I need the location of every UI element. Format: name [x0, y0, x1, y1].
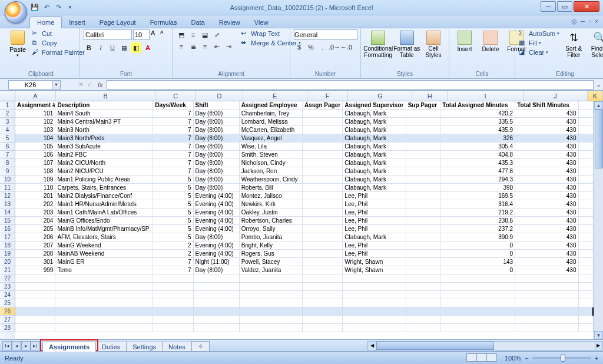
scroll-left-icon[interactable]: ◀ — [368, 342, 376, 350]
ribbon-min-icon[interactable]: ─ — [581, 18, 585, 25]
row-header[interactable]: 4 — [0, 126, 15, 134]
cell[interactable]: Evening (4:00) — [194, 241, 240, 249]
cell[interactable]: 237.2 — [440, 225, 515, 233]
cell[interactable] — [440, 291, 515, 299]
cell[interactable]: Wright, Shawn — [343, 258, 406, 266]
cell[interactable] — [303, 274, 343, 282]
cell[interactable]: Sup Pager — [406, 101, 441, 109]
cell[interactable]: 204 — [15, 217, 55, 224]
cells-grid[interactable]: Assignment #DescriptionDays/WeekShiftAss… — [15, 101, 594, 339]
cell[interactable]: 430 — [515, 118, 578, 125]
row-header[interactable]: 19 — [0, 250, 15, 258]
cell[interactable] — [303, 241, 343, 249]
cell[interactable] — [15, 299, 55, 307]
cell[interactable]: 0 — [440, 266, 515, 274]
cell[interactable] — [240, 274, 303, 282]
cell[interactable]: 326 — [440, 134, 515, 142]
scroll-right-icon[interactable]: ▶ — [594, 342, 602, 350]
cell[interactable]: 102 — [15, 118, 55, 125]
cell[interactable] — [15, 291, 55, 299]
cell[interactable] — [406, 299, 441, 307]
cell[interactable]: 430 — [515, 250, 578, 257]
cell[interactable] — [153, 274, 193, 282]
cell[interactable]: Chamberlain, Trey — [240, 110, 303, 117]
cell[interactable]: 430 — [515, 184, 578, 191]
cell[interactable] — [303, 167, 343, 175]
tab-review[interactable]: Review — [212, 17, 247, 28]
cell[interactable] — [153, 307, 193, 315]
cell[interactable]: 238.6 — [440, 217, 515, 224]
cell[interactable] — [303, 266, 343, 274]
cell[interactable]: 5 — [153, 200, 193, 208]
cell[interactable]: 110 — [15, 184, 55, 191]
cell[interactable] — [303, 307, 343, 315]
cell[interactable]: 316.4 — [440, 200, 515, 208]
scroll-thumb-h[interactable] — [376, 342, 494, 350]
cell[interactable]: Lee, Phil — [343, 250, 406, 257]
cell[interactable]: McCarren, Elizabeth — [240, 126, 303, 134]
cell[interactable] — [15, 307, 55, 315]
cell[interactable]: 305.4 — [440, 143, 515, 150]
clear-button[interactable]: ◪Clear ▾ — [519, 48, 559, 57]
cell[interactable]: 404.8 — [440, 151, 515, 158]
cell[interactable]: Lee, Phil — [343, 217, 406, 224]
cell[interactable] — [303, 151, 343, 158]
cell[interactable]: Main2 FBC — [55, 151, 153, 158]
scroll-thumb-v[interactable] — [595, 110, 603, 168]
col-header-K[interactable]: K — [588, 91, 603, 101]
cell[interactable]: 205 — [15, 225, 55, 233]
cell[interactable] — [515, 283, 578, 290]
cell[interactable]: Main4 South — [55, 110, 153, 117]
dec-decimal-icon[interactable]: ←.0 — [341, 42, 352, 52]
cell[interactable]: 7 — [153, 126, 193, 134]
cell[interactable] — [440, 307, 515, 315]
cell[interactable]: Day (8:00) — [194, 266, 240, 274]
cell[interactable]: Day (8:00) — [194, 176, 240, 183]
cell[interactable] — [406, 134, 441, 142]
cell[interactable] — [579, 316, 594, 323]
cell[interactable]: Wise, Lila — [240, 143, 303, 150]
cell[interactable] — [303, 159, 343, 167]
cell[interactable]: Lee, Phil — [343, 192, 406, 200]
cell[interactable]: 5 — [153, 209, 193, 216]
cell[interactable] — [303, 324, 343, 332]
maximize-button[interactable]: ▭ — [557, 1, 572, 12]
cell[interactable]: Assgn Pager — [303, 101, 343, 109]
cell[interactable]: 103 — [15, 126, 55, 134]
cell[interactable] — [406, 110, 441, 117]
cell[interactable] — [406, 241, 441, 249]
cell[interactable] — [440, 324, 515, 332]
cell[interactable] — [15, 316, 55, 323]
cell[interactable]: 207 — [15, 241, 55, 249]
cell[interactable]: 7 — [153, 258, 193, 266]
redo-icon[interactable]: ↷ — [54, 4, 62, 12]
cell[interactable]: 107 — [15, 159, 55, 167]
orientation-icon[interactable]: ⤢ — [211, 29, 222, 40]
copy-button[interactable]: ⧉Copy — [32, 39, 85, 47]
cell[interactable] — [303, 176, 343, 183]
col-header-E[interactable]: E — [243, 91, 307, 101]
cell[interactable] — [579, 291, 594, 299]
cell[interactable] — [406, 307, 441, 315]
cell[interactable] — [406, 324, 441, 332]
col-header-F[interactable]: F — [307, 91, 348, 101]
col-header-J[interactable]: J — [524, 91, 588, 101]
cell[interactable] — [579, 151, 594, 158]
row-header[interactable]: 26 — [0, 307, 15, 316]
row-header[interactable]: 1 — [0, 101, 15, 110]
cell[interactable]: 7 — [153, 110, 193, 117]
cell[interactable]: Day (8:00) — [194, 126, 240, 134]
align-right-icon[interactable]: ≡ — [200, 41, 210, 52]
cell[interactable] — [406, 159, 441, 167]
cell[interactable] — [406, 217, 441, 224]
cell[interactable] — [303, 299, 343, 307]
cell[interactable] — [440, 316, 515, 323]
cell[interactable] — [240, 291, 303, 299]
cell[interactable] — [579, 250, 594, 257]
cell[interactable] — [55, 291, 153, 299]
cell[interactable] — [406, 184, 441, 191]
cell[interactable] — [153, 324, 193, 332]
cell[interactable] — [303, 143, 343, 150]
cell[interactable]: Evening (4:00) — [194, 200, 240, 208]
cell[interactable] — [55, 299, 153, 307]
